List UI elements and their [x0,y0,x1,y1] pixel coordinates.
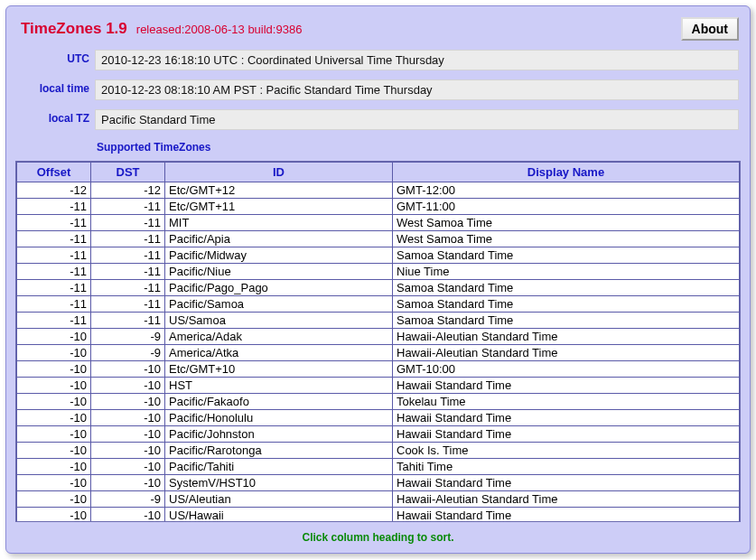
cell-display: Samoa Standard Time [393,280,740,296]
cell-dst: -11 [91,296,165,313]
cell-dst: -11 [91,247,165,264]
table-row[interactable]: -10-10Etc/GMT+10GMT-10:00 [17,361,740,378]
cell-offset: -11 [17,296,91,313]
cell-display: Hawaii Standard Time [393,410,740,426]
cell-id: US/Samoa [165,313,393,329]
cell-offset: -11 [17,247,91,264]
cell-id: US/Hawaii [165,508,393,522]
cell-offset: -10 [17,491,91,508]
cell-dst: -10 [91,361,165,378]
cell-id: Etc/GMT+12 [165,182,393,199]
cell-id: Pacific/Apia [165,231,393,247]
cell-dst: -9 [91,491,165,508]
table-row[interactable]: -10-10Pacific/FakaofoTokelau Time [17,394,740,410]
cell-dst: -10 [91,443,165,459]
cell-dst: -9 [91,329,165,345]
cell-display: Samoa Standard Time [393,313,740,329]
cell-offset: -10 [17,459,91,475]
cell-id: Pacific/Midway [165,247,393,264]
table-row[interactable]: -10-9America/AdakHawaii-Aleutian Standar… [17,329,740,345]
cell-id: HST [165,378,393,394]
cell-dst: -11 [91,313,165,329]
title-block: TimeZones 1.9 released:2008-06-13 build:… [21,20,302,38]
table-row[interactable]: -10-10US/HawaiiHawaii Standard Time [17,508,740,522]
table-row[interactable]: -11-11Pacific/NiueNiue Time [17,264,740,280]
cell-display: Niue Time [393,264,740,280]
cell-offset: -10 [17,475,91,491]
cell-dst: -10 [91,410,165,426]
cell-id: America/Adak [165,329,393,345]
table-row[interactable]: -10-10Pacific/TahitiTahiti Time [17,459,740,475]
cell-offset: -11 [17,313,91,329]
cell-display: Hawaii Standard Time [393,378,740,394]
field-local-tz[interactable] [95,109,739,130]
table-row[interactable]: -11-11Pacific/MidwaySamoa Standard Time [17,247,740,264]
app-window: TimeZones 1.9 released:2008-06-13 build:… [5,5,751,554]
cell-id: Pacific/Fakaofo [165,394,393,410]
cell-dst: -10 [91,426,165,443]
cell-id: Pacific/Tahiti [165,459,393,475]
cell-display: GMT-10:00 [393,361,740,378]
table-row[interactable]: -10-9America/AtkaHawaii-Aleutian Standar… [17,345,740,361]
cell-offset: -10 [17,443,91,459]
col-header-offset[interactable]: Offset [17,163,91,182]
cell-id: Pacific/Johnston [165,426,393,443]
about-button[interactable]: About [681,17,739,41]
table-row[interactable]: -10-10Pacific/RarotongaCook Is. Time [17,443,740,459]
cell-dst: -11 [91,231,165,247]
cell-offset: -10 [17,345,91,361]
cell-offset: -11 [17,199,91,215]
cell-dst: -9 [91,345,165,361]
table-row[interactable]: -11-11Etc/GMT+11GMT-11:00 [17,199,740,215]
cell-offset: -10 [17,329,91,345]
cell-display: Cook Is. Time [393,443,740,459]
table-row[interactable]: -11-11Pacific/Pago_PagoSamoa Standard Ti… [17,280,740,296]
table-row[interactable]: -10-10SystemV/HST10Hawaii Standard Time [17,475,740,491]
cell-offset: -11 [17,280,91,296]
table-row[interactable]: -11-11Pacific/ApiaWest Samoa Time [17,231,740,247]
cell-display: Hawaii-Aleutian Standard Time [393,329,740,345]
table-row[interactable]: -10-10Pacific/JohnstonHawaii Standard Ti… [17,426,740,443]
cell-id: SystemV/HST10 [165,475,393,491]
field-utc[interactable] [95,50,739,70]
cell-display: Hawaii Standard Time [393,475,740,491]
cell-offset: -10 [17,508,91,522]
app-title: TimeZones 1.9 [21,20,127,38]
table-header-row: Offset DST ID Display Name [17,163,740,182]
cell-offset: -10 [17,426,91,443]
cell-dst: -11 [91,215,165,231]
cell-display: Samoa Standard Time [393,296,740,313]
cell-display: GMT-11:00 [393,199,740,215]
cell-display: Hawaii Standard Time [393,508,740,522]
table-scroll[interactable]: Offset DST ID Display Name -12-12Etc/GMT… [16,162,740,521]
cell-display: Hawaii-Aleutian Standard Time [393,345,740,361]
table-row[interactable]: -10-10HSTHawaii Standard Time [17,378,740,394]
table-row[interactable]: -11-11Pacific/SamoaSamoa Standard Time [17,296,740,313]
timezone-table: Offset DST ID Display Name -12-12Etc/GMT… [16,162,740,521]
cell-display: Tokelau Time [393,394,740,410]
cell-display: West Samoa Time [393,215,740,231]
cell-dst: -11 [91,199,165,215]
col-header-dst[interactable]: DST [91,163,165,182]
cell-dst: -11 [91,280,165,296]
table-row[interactable]: -11-11US/SamoaSamoa Standard Time [17,313,740,329]
cell-offset: -11 [17,231,91,247]
cell-dst: -10 [91,475,165,491]
cell-dst: -12 [91,182,165,199]
col-header-id[interactable]: ID [165,163,393,182]
field-local-time[interactable] [95,79,739,100]
cell-id: Etc/GMT+10 [165,361,393,378]
cell-offset: -10 [17,394,91,410]
label-local-tz: local TZ [17,109,89,130]
cell-offset: -12 [17,182,91,199]
cell-id: MIT [165,215,393,231]
footer-hint: Click column heading to sort. [15,522,741,546]
table-row[interactable]: -10-9US/AleutianHawaii-Aleutian Standard… [17,491,740,508]
col-header-display[interactable]: Display Name [393,163,740,182]
table-row[interactable]: -11-11MITWest Samoa Time [17,215,740,231]
table-row[interactable]: -10-10Pacific/HonoluluHawaii Standard Ti… [17,410,740,426]
cell-display: Hawaii-Aleutian Standard Time [393,491,740,508]
cell-id: America/Atka [165,345,393,361]
table-row[interactable]: -12-12Etc/GMT+12GMT-12:00 [17,182,740,199]
cell-id: Etc/GMT+11 [165,199,393,215]
